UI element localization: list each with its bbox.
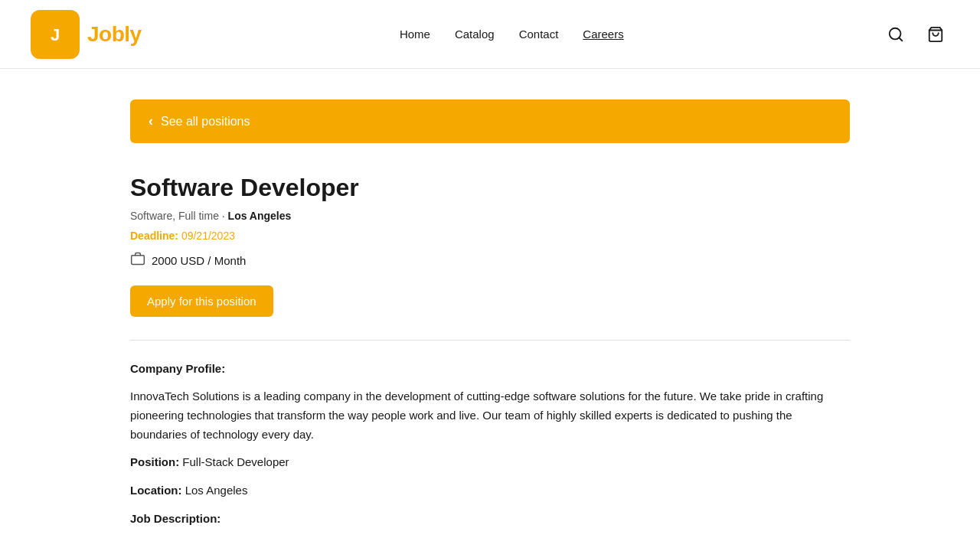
- job-title: Software Developer: [130, 174, 850, 202]
- salary-value: 2000 USD / Month: [152, 254, 246, 267]
- logo-area: J Jobly: [31, 10, 142, 59]
- position-label: Position:: [130, 455, 179, 468]
- svg-text:J: J: [51, 24, 60, 44]
- location-label: Location:: [130, 484, 182, 497]
- location-val: Los Angeles: [185, 484, 248, 497]
- back-button-label: See all positions: [161, 115, 250, 129]
- nav-careers[interactable]: Careers: [583, 28, 623, 41]
- cart-button[interactable]: [922, 21, 949, 48]
- position-val: Full-Stack Developer: [182, 455, 289, 468]
- main-content: ‹ See all positions Software Developer S…: [115, 69, 865, 551]
- nav-contact[interactable]: Contact: [519, 28, 559, 41]
- deadline-date: 09/21/2023: [181, 230, 235, 242]
- back-chevron-icon: ‹: [149, 113, 153, 129]
- job-deadline: Deadline: 09/21/2023: [130, 230, 850, 242]
- search-icon: [887, 26, 904, 43]
- header-icons: [882, 21, 949, 48]
- site-header: J Jobly Home Catalog Contact Careers: [0, 0, 980, 69]
- position-info: Position: Full-Stack Developer: [130, 453, 850, 472]
- svg-rect-5: [132, 256, 145, 265]
- job-meta: Software, Full time · Los Angeles: [130, 210, 850, 222]
- job-desc-label: Job Description:: [130, 512, 220, 525]
- cart-icon: [927, 26, 944, 43]
- company-profile-title: Company Profile:: [130, 362, 850, 375]
- meta-dot: ·: [222, 210, 228, 222]
- company-profile-section: Company Profile: InnovaTech Solutions is…: [130, 362, 850, 529]
- svg-line-3: [899, 37, 902, 41]
- logo-icon: J: [31, 10, 80, 59]
- section-divider: [130, 340, 850, 341]
- apply-button[interactable]: Apply for this position: [130, 285, 273, 317]
- nav-catalog[interactable]: Catalog: [455, 28, 495, 41]
- logo-text: Jobly: [87, 22, 142, 47]
- salary-info: 2000 USD / Month: [130, 251, 850, 270]
- search-button[interactable]: [882, 21, 910, 48]
- company-description: InnovaTech Solutions is a leading compan…: [130, 387, 850, 444]
- job-location: Los Angeles: [228, 210, 292, 222]
- salary-icon: [130, 251, 145, 270]
- nav-home[interactable]: Home: [400, 28, 430, 41]
- main-nav: Home Catalog Contact Careers: [400, 28, 624, 41]
- job-desc-heading: Job Description:: [130, 510, 850, 529]
- location-info: Location: Los Angeles: [130, 481, 850, 500]
- deadline-label: Deadline:: [130, 230, 178, 242]
- back-button[interactable]: ‹ See all positions: [130, 99, 850, 143]
- job-type: Full time: [178, 210, 219, 222]
- job-category: Software: [130, 210, 172, 222]
